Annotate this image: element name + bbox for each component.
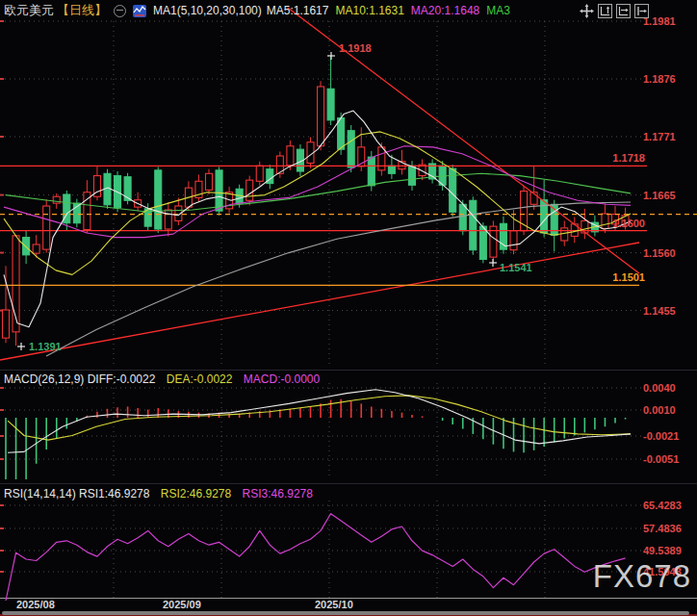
price-axis-tick: 1.1665 [643, 190, 676, 201]
rsi-axis-tick: 65.4283 [643, 500, 682, 511]
macd-indicator-label: MACD(26,12,9) DIFF:-0.0022 DEA:-0.0022 M… [4, 372, 320, 386]
x-axis-scale-button[interactable] [616, 4, 631, 18]
price-axis-tick: 1.1455 [643, 305, 676, 317]
ma10-value: MA10:1.1631 [335, 4, 403, 17]
level-label: 1.1501 [612, 271, 645, 283]
level-label: 1.1600 [612, 218, 645, 229]
forex-chart-window: 欧元美元 【日线】 MA1(5,10,20,30,100) MA5:1.1617… [0, 0, 697, 616]
symbol-title: 欧元美元 [4, 2, 54, 19]
pan-crosshair-button[interactable] [580, 4, 594, 18]
watermark: FX678 [593, 558, 691, 595]
date-axis-label: 2025/10 [315, 599, 353, 610]
chart-type-icon[interactable] [133, 4, 146, 17]
timeframe-label: 【日线】 [57, 2, 107, 19]
go-to-latest-button[interactable] [634, 4, 649, 18]
rsi3-value: RSI3:46.9278 [243, 487, 313, 500]
macd-dea-value: DEA:-0.0022 [167, 372, 233, 386]
rsi-axis-tick: 49.5389 [643, 545, 682, 556]
date-axis-label: 2025/09 [163, 599, 201, 610]
date-axis-label: 2025/08 [16, 599, 55, 610]
rsi2-value: RSI2:46.9278 [161, 487, 231, 500]
price-axis-tick: 1.1771 [643, 131, 676, 142]
price-annotation: 1.1918 [339, 42, 372, 54]
collapse-circle-icon[interactable] [114, 5, 126, 17]
macd-axis-tick: -0.0051 [643, 453, 679, 465]
rsi1-value: RSI(14,14,14) RSI1:46.9278 [4, 487, 149, 500]
ma5-value: MA5:1.1617 [267, 4, 329, 17]
macd-hist-value: MACD:-0.0000 [244, 372, 320, 386]
macd-axis-tick: -0.0021 [643, 430, 679, 442]
ma20-value: MA20:1.1648 [411, 4, 479, 17]
chart-canvas[interactable] [0, 0, 697, 616]
chart-toolbar [580, 4, 649, 18]
rsi-indicator-label: RSI(14,14,14) RSI1:46.9278 RSI2:46.9278 … [4, 487, 313, 500]
horizontal-scrollbar[interactable] [2, 611, 689, 615]
price-axis-tick: 1.1876 [643, 73, 676, 85]
level-label: 1.1718 [612, 152, 645, 164]
ma-settings-label: MA1(5,10,20,30,100) [153, 4, 262, 17]
macd-axis-tick: 0.0010 [643, 404, 676, 416]
rsi-axis-tick: 57.4836 [643, 523, 682, 534]
y-axis-scale-button[interactable] [598, 4, 612, 18]
price-annotation: 1.1391 [29, 341, 62, 352]
price-annotation: 1.1541 [500, 262, 532, 273]
macd-axis-tick: 0.0040 [643, 382, 676, 394]
macd-diff-value: MACD(26,12,9) DIFF:-0.0022 [4, 372, 155, 386]
chart-header: 欧元美元 【日线】 MA1(5,10,20,30,100) MA5:1.1617… [0, 0, 510, 21]
ma30-value: MA3 [486, 4, 510, 17]
price-axis-tick: 1.1560 [643, 247, 676, 259]
